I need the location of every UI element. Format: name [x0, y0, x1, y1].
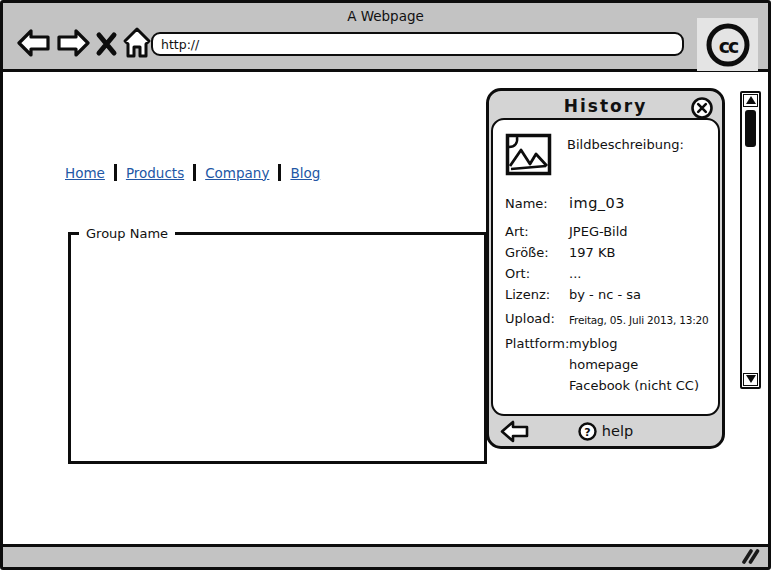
svg-text:?: ?	[584, 425, 590, 438]
svg-text:cc: cc	[718, 35, 737, 57]
image-details-card: Bildbeschreibung: Name: img_03 Art: JPEG…	[491, 118, 720, 416]
field-label: Größe:	[505, 245, 569, 260]
nav-separator	[278, 164, 281, 181]
field-value: myblog	[569, 336, 617, 351]
arrow-up-icon	[746, 96, 756, 104]
nav-separator	[193, 164, 196, 181]
scroll-down-button[interactable]	[743, 373, 758, 386]
arrow-down-icon	[746, 375, 756, 383]
field-label: Plattform:	[505, 336, 569, 351]
cc-logo-icon: cc	[704, 21, 752, 69]
field-label: Upload:	[505, 311, 569, 328]
plattform-extra-value: Facebook (nicht CC)	[505, 378, 707, 393]
nav-link-blog[interactable]: Blog	[290, 165, 320, 181]
nav-bar: Home Products Company Blog	[65, 164, 320, 181]
field-value: JPEG-Bild	[569, 224, 628, 239]
field-value: 197 KB	[569, 245, 615, 260]
help-button[interactable]: ? help	[578, 422, 633, 441]
stop-icon[interactable]	[95, 31, 118, 57]
resize-grip-icon[interactable]	[741, 549, 760, 564]
group-box: Group Name	[68, 226, 487, 464]
nav-link-products[interactable]: Products	[126, 165, 184, 181]
forward-icon[interactable]	[56, 29, 90, 58]
field-row-plattform: Plattform: myblog	[505, 336, 707, 351]
help-icon: ?	[578, 422, 597, 441]
url-bar[interactable]	[151, 32, 684, 56]
browser-window: A Webpage cc Home Products	[0, 0, 771, 570]
vertical-scrollbar[interactable]	[740, 91, 761, 389]
field-row-upload: Upload: Freitag, 05. Juli 2013, 13:20	[505, 311, 707, 328]
history-panel: History Bildbeschreibung: Name: img_03 A	[486, 88, 725, 449]
plattform-extra-value: homepage	[505, 357, 707, 372]
field-value: by - nc - sa	[569, 287, 641, 302]
history-panel-footer: ? help	[489, 416, 722, 446]
browser-chrome: A Webpage cc	[3, 3, 768, 72]
nav-link-company[interactable]: Company	[205, 165, 269, 181]
field-row-groesse: Größe: 197 KB	[505, 245, 707, 260]
panel-back-icon[interactable]	[500, 420, 530, 443]
close-icon[interactable]	[690, 96, 714, 120]
field-value: ...	[569, 266, 581, 281]
field-label: Lizenz:	[505, 287, 569, 302]
field-label: Ort:	[505, 266, 569, 281]
description-label: Bildbeschreibung:	[567, 133, 684, 177]
nav-separator	[114, 164, 117, 181]
cc-logo-box: cc	[697, 18, 758, 71]
scroll-up-button[interactable]	[743, 94, 758, 107]
scrollbar-thumb[interactable]	[745, 110, 756, 147]
field-row-ort: Ort: ...	[505, 266, 707, 281]
field-row-lizenz: Lizenz: by - nc - sa	[505, 287, 707, 302]
back-icon[interactable]	[17, 29, 51, 58]
field-row-name: Name: img_03	[505, 196, 707, 211]
nav-link-home[interactable]: Home	[65, 165, 105, 181]
field-row-art: Art: JPEG-Bild	[505, 224, 707, 239]
field-label: Art:	[505, 224, 569, 239]
status-bar	[3, 544, 768, 567]
image-description-row: Bildbeschreibung:	[505, 133, 707, 177]
url-input[interactable]	[153, 35, 682, 55]
home-icon[interactable]	[122, 26, 152, 59]
history-panel-title: History	[489, 91, 722, 120]
field-label: Name:	[505, 196, 569, 211]
window-title: A Webpage	[3, 3, 768, 24]
field-value: Freitag, 05. Juli 2013, 13:20	[569, 311, 708, 328]
help-label: help	[602, 423, 633, 439]
image-thumbnail-icon	[505, 133, 552, 177]
group-box-label: Group Name	[79, 226, 175, 241]
field-value: img_03	[569, 196, 625, 211]
